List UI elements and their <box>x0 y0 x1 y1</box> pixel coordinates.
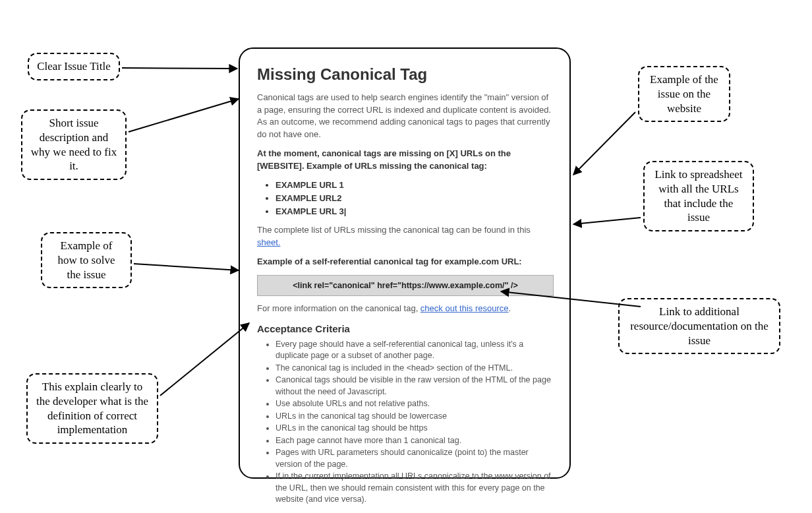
issue-status-line: At the moment, canonical tags are missin… <box>257 148 552 173</box>
annotation-example-issue: Example of the issue on the website <box>638 66 730 122</box>
acceptance-item: Every page should have a self-referentia… <box>276 339 552 362</box>
sheet-link[interactable]: sheet. <box>257 237 280 247</box>
complete-list-text: The complete list of URLs missing the ca… <box>257 225 531 235</box>
svg-line-3 <box>160 323 249 396</box>
svg-line-5 <box>573 218 641 224</box>
svg-line-2 <box>134 264 239 270</box>
annotation-clear-title: Clear Issue Title <box>28 53 120 80</box>
acceptance-list: Every page should have a self-referentia… <box>257 339 552 506</box>
acceptance-item: If in the current implementation all URL… <box>276 471 552 506</box>
issue-card: Missing Canonical Tag Canonical tags are… <box>239 47 571 479</box>
annotation-link-resource: Link to additional resource/documentatio… <box>618 298 780 354</box>
acceptance-item: URLs in the canonical tag should be lowe… <box>276 411 552 423</box>
svg-line-1 <box>129 99 239 132</box>
more-info-post: . <box>509 303 511 313</box>
acceptance-heading: Acceptance Criteria <box>257 322 552 336</box>
acceptance-item: Canonical tags should be visible in the … <box>276 375 552 398</box>
more-info-sentence: For more information on the canonical ta… <box>257 303 552 315</box>
example-url-item: EXAMPLE URL2 <box>276 193 552 205</box>
acceptance-item: Pages with URL parameters should canonic… <box>276 447 552 470</box>
annotation-link-sheet: Link to spreadsheet with all the URLs th… <box>643 161 754 231</box>
annotation-example-solve: Example of how to solve the issue <box>41 232 132 288</box>
code-sample: <link rel="canonical" href="https://www.… <box>257 275 554 296</box>
acceptance-item: Each page cannot have more than 1 canoni… <box>276 435 552 447</box>
example-url-item: EXAMPLE URL 3| <box>276 206 552 218</box>
issue-intro: Canonical tags are used to help search e… <box>257 92 552 141</box>
annotation-explain-dev: This explain clearly to the developer wh… <box>26 373 158 444</box>
example-url-list: EXAMPLE URL 1 EXAMPLE URL2 EXAMPLE URL 3… <box>257 179 552 218</box>
self-ref-heading: Example of a self-referential canonical … <box>257 256 552 268</box>
svg-line-4 <box>573 112 635 175</box>
svg-line-0 <box>122 68 237 69</box>
annotation-short-desc: Short issue description and why we need … <box>21 109 127 180</box>
acceptance-item: URLs in the canonical tag should be http… <box>276 423 552 435</box>
acceptance-item: Use absolute URLs and not relative paths… <box>276 398 552 410</box>
example-url-item: EXAMPLE URL 1 <box>276 179 552 192</box>
complete-list-sentence: The complete list of URLs missing the ca… <box>257 224 552 249</box>
issue-title: Missing Canonical Tag <box>257 63 552 86</box>
more-info-pre: For more information on the canonical ta… <box>257 303 420 313</box>
resource-link[interactable]: check out this resource <box>420 303 509 313</box>
acceptance-item: The canonical tag is included in the <he… <box>276 363 552 375</box>
